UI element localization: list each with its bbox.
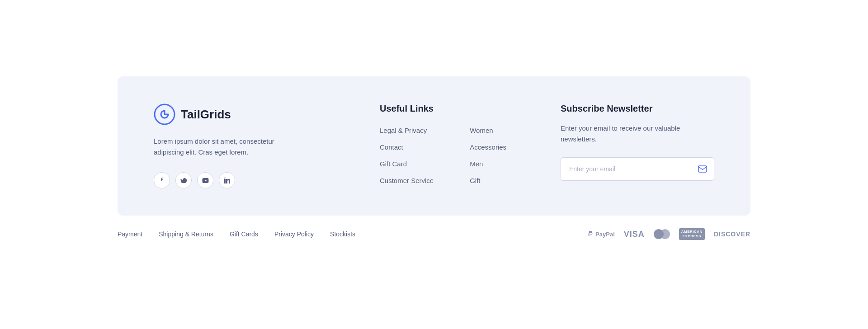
- links-columns: Legal & Privacy Contact Gift Card Custom…: [380, 127, 524, 184]
- bottom-link-privacy-policy[interactable]: Privacy Policy: [274, 230, 314, 238]
- links-section: Useful Links Legal & Privacy Contact Gif…: [344, 103, 524, 188]
- link-gift-card[interactable]: Gift Card: [380, 160, 434, 168]
- bottom-link-payment[interactable]: Payment: [118, 230, 142, 238]
- facebook-icon[interactable]: [154, 172, 170, 188]
- social-icons-container: [154, 172, 344, 188]
- brand-section: TailGrids Lorem ipsum dolor sit amet, co…: [154, 103, 344, 188]
- discover-text: DISCOVER: [714, 230, 750, 238]
- mail-icon: [698, 165, 707, 173]
- svg-rect-1: [698, 166, 707, 172]
- newsletter-email-input[interactable]: [561, 157, 691, 181]
- amex-text-line2: EXPRESS: [683, 234, 701, 239]
- bottom-link-gift-cards[interactable]: Gift Cards: [230, 230, 258, 238]
- mastercard-payment-icon: [654, 229, 670, 239]
- useful-links-title: Useful Links: [380, 103, 524, 114]
- brand-logo: TailGrids: [154, 103, 344, 125]
- footer-main: TailGrids Lorem ipsum dolor sit amet, co…: [118, 76, 750, 216]
- visa-text: VISA: [624, 230, 645, 239]
- link-gift[interactable]: Gift: [470, 177, 506, 184]
- visa-payment-icon: VISA: [624, 230, 645, 239]
- link-legal-privacy[interactable]: Legal & Privacy: [380, 127, 434, 134]
- brand-name: TailGrids: [181, 108, 231, 122]
- link-contact[interactable]: Contact: [380, 143, 434, 151]
- link-men[interactable]: Men: [470, 160, 506, 168]
- youtube-icon[interactable]: [197, 172, 213, 188]
- paypal-text: PayPal: [595, 231, 615, 238]
- payment-icons: PayPal VISA AMERICAN EXPRESS DISCOVER: [587, 228, 750, 240]
- bottom-link-stockists[interactable]: Stockists: [330, 230, 355, 238]
- newsletter-form: [561, 157, 714, 181]
- link-customer-service[interactable]: Customer Service: [380, 177, 434, 184]
- link-women[interactable]: Women: [470, 127, 506, 134]
- newsletter-description: Enter your email to receive our valuable…: [561, 123, 714, 145]
- twitter-icon[interactable]: [175, 172, 192, 188]
- brand-logo-icon: [154, 103, 175, 125]
- link-accessories[interactable]: Accessories: [470, 143, 506, 151]
- amex-text-line1: AMERICAN: [681, 230, 703, 234]
- links-column-1: Legal & Privacy Contact Gift Card Custom…: [380, 127, 434, 184]
- newsletter-title: Subscribe Newsletter: [561, 103, 714, 114]
- mastercard-circle-right: [660, 229, 670, 239]
- amex-payment-icon: AMERICAN EXPRESS: [679, 228, 705, 240]
- newsletter-submit-button[interactable]: [691, 157, 714, 181]
- footer-bottom-links: Payment Shipping & Returns Gift Cards Pr…: [118, 230, 355, 238]
- paypal-payment-icon: PayPal: [587, 230, 615, 238]
- paypal-logo-icon: [587, 230, 594, 238]
- footer-bottom: Payment Shipping & Returns Gift Cards Pr…: [118, 216, 750, 252]
- linkedin-icon[interactable]: [219, 172, 235, 188]
- brand-description: Lorem ipsum dolor sit amet, consectetur …: [154, 136, 298, 158]
- newsletter-section: Subscribe Newsletter Enter your email to…: [524, 103, 714, 188]
- links-column-2: Women Accessories Men Gift: [470, 127, 506, 184]
- bottom-link-shipping[interactable]: Shipping & Returns: [159, 230, 213, 238]
- footer-wrapper: TailGrids Lorem ipsum dolor sit amet, co…: [118, 76, 750, 252]
- discover-payment-icon: DISCOVER: [714, 230, 750, 238]
